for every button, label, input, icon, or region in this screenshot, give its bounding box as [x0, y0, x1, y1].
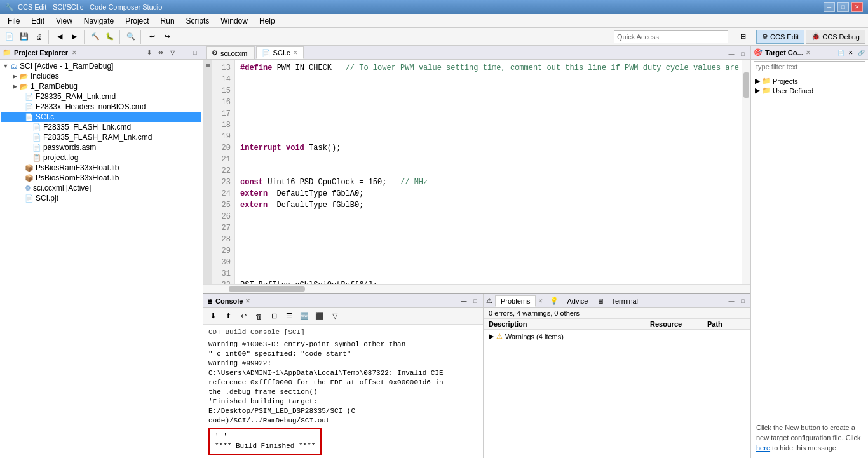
console-build-title: CDT Build Console [SCI] — [208, 327, 478, 337]
maximize-panel-button[interactable]: □ — [190, 48, 200, 58]
undo-button[interactable]: ↩ — [145, 30, 159, 44]
new-button[interactable]: 📄 — [3, 30, 17, 44]
tab-sci-c[interactable]: 📄 SCI.c ✕ — [256, 46, 304, 59]
problems-maximize-btn[interactable]: □ — [738, 296, 748, 306]
sci-c-tab-close[interactable]: ✕ — [293, 50, 298, 56]
target-delete-btn[interactable]: ✕ — [846, 48, 855, 57]
maximize-button[interactable]: □ — [837, 2, 849, 12]
collapse-all-button[interactable]: ⬇ — [144, 48, 154, 58]
print-button[interactable]: 🖨 — [32, 30, 46, 44]
ramdebug-folder-icon: 📂 — [20, 83, 29, 91]
code-line-30 — [240, 257, 736, 268]
filter-input[interactable] — [754, 61, 865, 72]
console-close-icon: ✕ — [245, 298, 250, 304]
code-scrollbar[interactable] — [742, 60, 750, 284]
editor-minimize-btn[interactable]: — — [726, 49, 736, 59]
right-tree-user-defined[interactable]: ▶ 📁 User Defined — [754, 86, 865, 95]
target-link-btn[interactable]: 🔗 — [857, 48, 865, 57]
menu-project[interactable]: Project — [120, 15, 154, 27]
sci-pjt-icon: 📄 — [25, 194, 34, 203]
psbiosram-label: PsBiosRamF33xFloat.lib — [36, 163, 119, 172]
tree-f2833x-headers[interactable]: ▶ 📄 F2833x_Headers_nonBIOS.cmd — [1, 102, 201, 112]
titlebar-controls[interactable]: ─ □ ✕ — [824, 2, 863, 12]
sci-c-tab-icon: 📄 — [262, 49, 271, 57]
project-explorer-icon: 📁 — [3, 48, 11, 57]
menu-view[interactable]: View — [51, 15, 78, 27]
code-line-15 — [240, 85, 736, 97]
h-scroll-thumb[interactable] — [229, 286, 305, 292]
ramdebug-label: 1_RamDebug — [31, 82, 78, 91]
search-button[interactable]: 🔍 — [124, 30, 138, 44]
console-split-btn[interactable]: ⊟ — [267, 309, 281, 323]
tree-1ramdebug[interactable]: ▶ 📂 1_RamDebug — [1, 81, 201, 91]
passwords-icon: 📄 — [32, 144, 41, 152]
console-scroll-top[interactable]: ⬆ — [221, 309, 235, 323]
ccs-debug-perspective[interactable]: 🐞 CCS Debug — [806, 30, 865, 44]
debug-button[interactable]: 🐛 — [103, 30, 117, 44]
save-button[interactable]: 💾 — [17, 30, 31, 44]
line-num-15: 15 — [216, 85, 231, 97]
minimize-panel-button[interactable]: — — [179, 48, 189, 58]
code-line-14 — [240, 74, 736, 85]
tab-terminal[interactable]: Terminal — [606, 295, 644, 307]
menu-run[interactable]: Run — [156, 15, 180, 27]
tab-problems[interactable]: Problems — [495, 295, 536, 307]
line-num-22: 22 — [216, 165, 231, 177]
tree-psbiosram[interactable]: ▶ 📦 PsBiosRamF33xFloat.lib — [1, 163, 201, 173]
console-scroll-lock[interactable]: ⬇ — [206, 309, 220, 323]
console-display-btn[interactable]: ☰ — [282, 309, 296, 323]
horizontal-scrollbar[interactable] — [203, 284, 750, 293]
console-clear-btn[interactable]: 🗑 — [252, 309, 266, 323]
tree-f28335-flash-ram-lnk[interactable]: ▶ 📄 F28335_FLASH_RAM_Lnk.cmd — [1, 132, 201, 142]
close-button[interactable]: ✕ — [851, 2, 863, 12]
tree-project-root[interactable]: ▼ 🗂 SCI [Active - 1_RamDebug] — [1, 61, 201, 71]
menu-navigate[interactable]: Navigate — [79, 15, 119, 27]
code-line-24: extern DefaultType fGblA0; — [240, 188, 736, 199]
tree-project-log[interactable]: ▶ 📋 project.log — [1, 152, 201, 163]
console-dropdown-btn[interactable]: ▽ — [328, 309, 342, 323]
console-new-btn[interactable]: 🆕 — [297, 309, 311, 323]
tree-f28335-ram-lnk[interactable]: ▶ 📄 F28335_RAM_Lnk.cmd — [1, 91, 201, 102]
tree-f28335-flash-lnk[interactable]: ▶ 📄 F28335_FLASH_Lnk.cmd — [1, 122, 201, 132]
includes-folder-icon: 📂 — [20, 72, 29, 81]
editor-maximize-btn[interactable]: □ — [738, 49, 748, 59]
code-content[interactable]: #define PWM_IN_CHECK // To lower PWM val… — [235, 60, 742, 284]
console-minimize-btn[interactable]: — — [459, 296, 469, 306]
right-tree-projects[interactable]: ▶ 📁 Projects — [754, 76, 865, 86]
warnings-row[interactable]: ▶ ⚠ Warnings (4 items) — [486, 331, 748, 342]
menu-window[interactable]: Window — [215, 15, 253, 27]
back-button[interactable]: ◀ — [53, 30, 67, 44]
link-editor-button[interactable]: ⇔ — [156, 48, 166, 58]
tree-sci-ccxml[interactable]: ▶ ⚙ sci.ccxml [Active] — [1, 183, 201, 193]
build-button[interactable]: 🔨 — [88, 30, 102, 44]
scrollbar-thumb[interactable] — [743, 72, 749, 98]
tree-sci-c[interactable]: ▶ 📄 SCI.c — [1, 112, 201, 122]
tab-advice[interactable]: Advice — [561, 295, 593, 307]
expand-arrow-includes: ▶ — [11, 73, 18, 79]
view-menu-button[interactable]: ▽ — [167, 48, 177, 58]
menu-edit[interactable]: Edit — [26, 15, 50, 27]
menu-help[interactable]: Help — [254, 15, 280, 27]
tree-psbiosrom[interactable]: ▶ 📦 PsBiosRomF33xFloat.lib — [1, 173, 201, 183]
tree-sci-pjt[interactable]: ▶ 📄 SCI.pjt — [1, 193, 201, 203]
ccs-edit-perspective[interactable]: ⚙ CCS Edit — [756, 30, 804, 44]
quick-access-search[interactable]: Quick Access — [614, 30, 728, 43]
target-new-btn[interactable]: 📄 — [836, 48, 845, 57]
console-terminate-btn[interactable]: ⬛ — [313, 309, 327, 323]
toolbar-icon1[interactable]: ⊞ — [736, 30, 750, 44]
menu-file[interactable]: File — [3, 15, 25, 27]
menu-scripts[interactable]: Scripts — [181, 15, 215, 27]
minimize-button[interactable]: ─ — [824, 2, 835, 12]
problems-table-header: Description Resource Path — [484, 319, 750, 330]
forward-button[interactable]: ▶ — [67, 30, 81, 44]
project-log-label: project.log — [43, 153, 78, 162]
console-word-wrap[interactable]: ↩ — [236, 309, 250, 323]
tree-includes[interactable]: ▶ 📂 Includes — [1, 71, 201, 81]
sci-pjt-label: SCI.pjt — [36, 194, 58, 203]
tree-passwords[interactable]: ▶ 📄 passwords.asm — [1, 142, 201, 152]
redo-button[interactable]: ↪ — [160, 30, 174, 44]
problems-minimize-btn[interactable]: — — [726, 296, 736, 306]
here-link[interactable]: here — [756, 444, 770, 452]
tab-sci-ccxml[interactable]: ⚙ sci.ccxml — [206, 46, 255, 59]
console-maximize-btn[interactable]: □ — [470, 296, 480, 306]
